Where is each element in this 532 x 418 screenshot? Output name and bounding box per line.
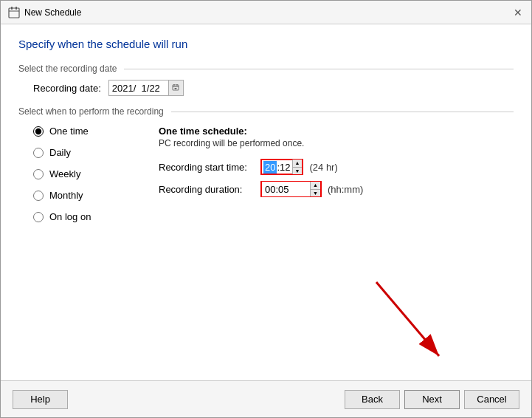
main-content: Specify when the schedule will run Selec…: [1, 24, 531, 380]
duration-input-wrapper[interactable]: ▲ ▼: [260, 181, 322, 197]
svg-rect-0: [9, 8, 19, 18]
start-time-hours: 20: [263, 161, 277, 174]
start-time-up[interactable]: ▲: [293, 160, 303, 168]
duration-row: Recording duration: ▲ ▼ (hh:mm): [159, 181, 514, 197]
back-button[interactable]: Back: [345, 390, 400, 409]
when-section: Select when to perform the recording One…: [18, 106, 514, 222]
footer: Help Back Next Cancel: [1, 380, 531, 417]
title-bar-left: New Schedule: [8, 7, 81, 18]
radio-monthly-label: Monthly: [49, 190, 83, 201]
time-fields: Recording start time: 20:12 ▲ ▼: [159, 159, 514, 197]
svg-rect-2: [15, 7, 17, 10]
radio-one-time[interactable]: [33, 126, 44, 137]
radio-daily-label: Daily: [49, 147, 71, 158]
calendar-icon: [8, 7, 20, 18]
title-bar: New Schedule ✕: [1, 1, 531, 24]
start-time-display[interactable]: 20:12: [262, 160, 292, 174]
duration-down[interactable]: ▼: [311, 190, 320, 197]
radio-item-monthly[interactable]: Monthly: [33, 190, 151, 201]
radio-on-log-on[interactable]: [33, 212, 44, 222]
radio-item-on-log-on[interactable]: On log on: [33, 211, 151, 222]
radio-on-log-on-label: On log on: [49, 211, 91, 222]
recording-date-row: Recording date:: [33, 80, 514, 96]
radio-daily[interactable]: [33, 148, 44, 158]
date-input-wrapper[interactable]: [108, 80, 184, 96]
when-section-label: Select when to perform the recording: [18, 106, 514, 117]
start-time-spinner[interactable]: ▲ ▼: [292, 160, 303, 174]
start-time-row: Recording start time: 20:12 ▲ ▼: [159, 159, 514, 175]
svg-rect-1: [11, 7, 13, 10]
recording-date-section-label: Select the recording date: [18, 64, 514, 74]
svg-rect-7: [174, 84, 175, 86]
duration-input[interactable]: [262, 182, 310, 196]
footer-right: Back Next Cancel: [345, 390, 519, 409]
start-time-label: Recording start time:: [159, 162, 255, 173]
radio-one-time-label: One time: [49, 126, 89, 137]
recording-date-section: Select the recording date Recording date…: [18, 64, 514, 96]
calendar-dropdown-icon: [172, 84, 179, 92]
dialog-window: New Schedule ✕ Specify when the schedule…: [0, 0, 532, 418]
radio-monthly[interactable]: [33, 191, 44, 201]
close-button[interactable]: ✕: [512, 7, 524, 18]
window-body: Specify when the schedule will run Selec…: [1, 24, 531, 417]
when-section-body: One time Daily Weekly Monthly: [18, 123, 514, 222]
duration-up[interactable]: ▲: [311, 182, 320, 190]
schedule-type-column: One time Daily Weekly Monthly: [33, 126, 151, 222]
radio-item-weekly[interactable]: Weekly: [33, 168, 151, 179]
duration-format: (hh:mm): [328, 184, 363, 195]
radio-item-one-time[interactable]: One time: [33, 126, 151, 137]
next-button[interactable]: Next: [404, 390, 460, 409]
duration-label: Recording duration:: [159, 184, 255, 195]
dialog-title: New Schedule: [24, 7, 81, 18]
radio-weekly[interactable]: [33, 169, 44, 179]
start-time-format: (24 hr): [309, 162, 337, 173]
svg-rect-8: [177, 84, 178, 86]
help-button[interactable]: Help: [13, 390, 68, 409]
start-time-down[interactable]: ▼: [293, 168, 303, 175]
radio-weekly-label: Weekly: [49, 168, 80, 179]
date-input[interactable]: [109, 80, 168, 95]
recording-date-label: Recording date:: [33, 83, 101, 94]
date-dropdown-button[interactable]: [168, 80, 183, 95]
cancel-button[interactable]: Cancel: [464, 390, 519, 409]
duration-spinner[interactable]: ▲ ▼: [310, 182, 320, 196]
right-panel: One time schedule: PC recording will be …: [151, 126, 514, 222]
start-time-rest: :12: [277, 162, 290, 173]
radio-item-daily[interactable]: Daily: [33, 147, 151, 158]
svg-marker-9: [174, 88, 177, 89]
one-time-description: PC recording will be performed once.: [159, 138, 514, 148]
one-time-title: One time schedule:: [159, 126, 514, 137]
page-title: Specify when the schedule will run: [18, 38, 514, 50]
start-time-input-wrapper[interactable]: 20:12 ▲ ▼: [260, 159, 303, 175]
